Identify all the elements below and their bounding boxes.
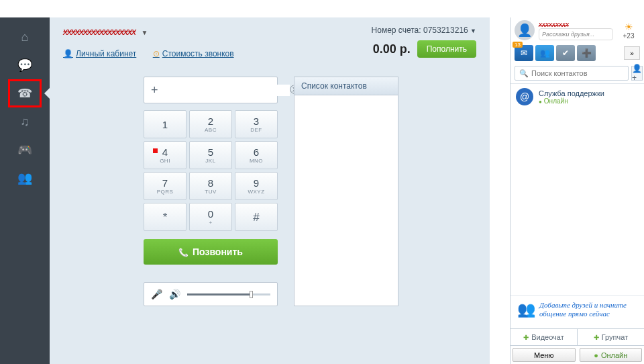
menu-button[interactable]: Меню <box>513 348 576 362</box>
key-num: 6 <box>254 147 259 157</box>
dialer-zone: + ⓧ 12ABC3DEF4GHI5JKL6MNO7PQRS8TUV9WXYZ*… <box>50 77 490 306</box>
key-sub: DEF <box>250 127 262 133</box>
people-icon: 👥 <box>17 171 32 185</box>
mail-button[interactable]: ✉13 <box>515 45 533 61</box>
key-sub: PQRS <box>157 189 174 195</box>
contact-list: @ Служба поддержки Онлайн <box>511 83 644 295</box>
groupchat-button[interactable]: Групчат <box>577 329 644 345</box>
keypad-key-8[interactable]: 8TUV <box>189 172 232 200</box>
online-status-button[interactable]: Онлайн <box>580 348 643 362</box>
phone-input[interactable] <box>158 85 290 96</box>
search-icon: 🔍 <box>519 69 529 78</box>
coin-icon: ⊙ <box>153 49 160 58</box>
friends-icon: 👥 <box>517 301 535 318</box>
topup-button[interactable]: Пополнить <box>417 40 476 58</box>
key-sub: TUV <box>205 189 217 195</box>
add-contact-button[interactable]: 👤+ <box>631 66 643 81</box>
search-input[interactable] <box>531 69 624 77</box>
chevron-down-icon[interactable]: ▼ <box>470 28 476 34</box>
keypad-key-2[interactable]: 2ABC <box>189 110 232 138</box>
key-sub: GHI <box>160 158 170 164</box>
key-sub: ABC <box>205 127 217 133</box>
left-sidebar: ⌂ 💬 ☎ ♫ 🎮 👥 <box>0 17 50 364</box>
right-panel: 👤 xxxxxxxxx Расскажи друзья... ☀ +23 ✉13… <box>510 17 644 364</box>
sidebar-tab-games[interactable]: 🎮 <box>9 137 40 163</box>
videochat-button[interactable]: Видеочат <box>511 329 577 345</box>
dialer: + ⓧ 12ABC3DEF4GHI5JKL6MNO7PQRS8TUV9WXYZ*… <box>144 77 278 306</box>
sidebar-tab-chat[interactable]: 💬 <box>9 52 40 78</box>
key-num: 1 <box>162 120 168 130</box>
contacts-panel-title: Список контактов <box>294 77 398 95</box>
call-button[interactable]: Позвонить <box>144 239 278 265</box>
right-panel-actions: Видеочат Групчат <box>511 328 644 345</box>
mail-badge: 13 <box>513 42 523 48</box>
keypad-key-9[interactable]: 9WXYZ <box>235 172 278 200</box>
contact-item[interactable]: @ Служба поддержки Онлайн <box>511 84 644 109</box>
keypad-key-3[interactable]: 3DEF <box>235 110 278 138</box>
annotation-marker <box>153 148 158 153</box>
audio-controls: 🎤 🔊 <box>144 282 278 306</box>
key-num: * <box>163 212 168 223</box>
chevron-down-icon[interactable]: ▼ <box>141 29 148 36</box>
account-number-value: 0753213216 <box>423 26 468 35</box>
keypad-key-1[interactable]: 1 <box>144 110 186 138</box>
keypad-key-star[interactable]: * <box>144 203 186 231</box>
sidebar-tab-people[interactable]: 👥 <box>9 165 40 191</box>
right-panel-header: 👤 xxxxxxxxx Расскажи друзья... ☀ +23 <box>511 17 644 43</box>
balance-value: 0.00 р. <box>373 42 411 56</box>
contact-status: Онлайн <box>539 97 604 105</box>
rates-link-label: Стоимость звонков <box>162 49 234 58</box>
keypad-key-4[interactable]: 4GHI <box>144 141 186 169</box>
sidebar-tab-phone[interactable]: ☎ <box>9 81 40 106</box>
keypad-key-6[interactable]: 6MNO <box>235 141 278 169</box>
keypad-key-0[interactable]: 0+ <box>189 203 232 231</box>
vk-button[interactable]: ✔ <box>556 45 575 61</box>
promo-text: Добавьте друзей и начните общение прямо … <box>539 301 637 320</box>
phone-input-row: + ⓧ <box>144 77 278 103</box>
my-world-button[interactable]: 👥 <box>535 45 554 61</box>
chat-icon: 💬 <box>17 58 32 73</box>
status-input[interactable]: Расскажи друзья... <box>539 28 613 40</box>
online-status-label: Онлайн <box>601 351 627 359</box>
key-num: 4 <box>162 147 168 157</box>
keypad-key-5[interactable]: 5JKL <box>189 141 232 169</box>
contacts-panel-body <box>294 95 398 271</box>
microphone-icon[interactable]: 🎤 <box>151 289 162 300</box>
key-sub: JKL <box>205 158 215 164</box>
key-num: 2 <box>208 116 213 126</box>
home-icon: ⌂ <box>21 30 29 44</box>
key-num: 5 <box>208 147 213 157</box>
keypad-key-7[interactable]: 7PQRS <box>144 172 186 200</box>
key-sub: MNO <box>250 158 263 164</box>
music-icon: ♫ <box>20 115 30 129</box>
key-num: 3 <box>254 116 259 126</box>
user-avatar[interactable]: 👤 <box>515 20 535 40</box>
header: xxxxxxxxxxxxxxxxxx ▼ 👤Личный кабинет ⊙Ст… <box>50 17 490 70</box>
weather-widget[interactable]: ☀ +23 <box>617 21 640 40</box>
key-sub: WXYZ <box>248 189 264 195</box>
keypad-key-hash[interactable]: # <box>235 203 278 231</box>
search-box: 🔍 <box>515 66 629 81</box>
account-link[interactable]: 👤Личный кабинет <box>63 49 136 58</box>
account-label: Номер счета: <box>372 26 421 35</box>
support-avatar-icon: @ <box>516 88 533 105</box>
key-num: 7 <box>162 178 168 188</box>
key-num: 9 <box>254 178 259 188</box>
account-link-label: Личный кабинет <box>76 49 136 58</box>
volume-thumb[interactable] <box>250 291 253 298</box>
keypad: 12ABC3DEF4GHI5JKL6MNO7PQRS8TUV9WXYZ*0+# <box>144 110 278 231</box>
promo-block: 👥 Добавьте друзей и начните общение прям… <box>511 295 644 329</box>
sidebar-tab-music[interactable]: ♫ <box>9 109 40 134</box>
sidebar-tab-home[interactable]: ⌂ <box>9 24 40 50</box>
username-small-redacted: xxxxxxxxx <box>539 21 613 28</box>
volume-slider[interactable] <box>187 293 270 295</box>
right-panel-footer: Меню Онлайн <box>511 345 644 364</box>
key-sub: + <box>209 220 212 226</box>
phone-icon: ☎ <box>17 86 32 101</box>
speaker-icon[interactable]: 🔊 <box>169 289 180 300</box>
add-service-button[interactable]: ➕ <box>577 45 596 61</box>
more-services-button[interactable]: » <box>624 46 640 60</box>
account-info: Номер счета: 0753213216 ▼ 0.00 р. Пополн… <box>372 26 476 58</box>
rates-link[interactable]: ⊙Стоимость звонков <box>153 49 234 58</box>
sun-icon: ☀ <box>617 21 640 32</box>
